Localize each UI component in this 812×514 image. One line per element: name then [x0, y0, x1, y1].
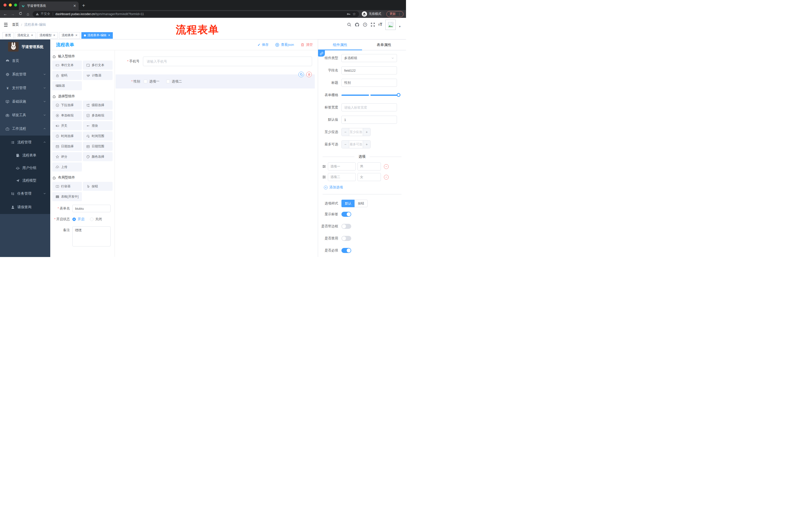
password-key-icon[interactable] [347, 12, 351, 16]
palette-item-计数器[interactable]: 123计数器 [83, 71, 113, 80]
palette-item-单选框组[interactable]: 单选框组 [52, 111, 82, 120]
delete-component-button[interactable] [306, 72, 312, 77]
home-button[interactable]: ⌂ [25, 12, 31, 16]
sidebar-item-请假查询[interactable]: 请假查询 [0, 200, 50, 214]
palette-item-开关[interactable]: 开关 [52, 121, 82, 130]
palette-item-表格[开发中][interactable]: 表格[开发中] [52, 192, 82, 201]
palette-item-时间范围[interactable]: 时间范围 [83, 132, 113, 141]
default-value-input[interactable] [342, 116, 397, 124]
sidebar-item-流程模型[interactable]: 流程模型 [0, 174, 50, 187]
sidebar-item-任务管理[interactable]: 任务管理 [0, 187, 50, 200]
page-tab-流程表单-编辑[interactable]: 流程表单-编辑✕ [81, 32, 113, 39]
browser-tab[interactable]: 芋道管理系统 ✕ [19, 1, 79, 10]
palette-item-上传[interactable]: 上传 [52, 162, 82, 171]
min-checked-placeholder[interactable]: 至少应选 [349, 128, 363, 136]
palette-item-单行文本[interactable]: 单行文本 [52, 61, 82, 70]
remark-textarea[interactable] [72, 226, 111, 246]
save-button[interactable]: ✓ 保存 [258, 43, 268, 47]
style-option-按钮[interactable]: 按钮 [354, 200, 368, 207]
toggle-是否禁用[interactable] [342, 236, 351, 241]
palette-item-颜色选择[interactable]: 颜色选择 [83, 152, 113, 161]
label-width-input[interactable] [342, 103, 397, 111]
form-name-input[interactable] [72, 205, 111, 212]
option-label-input[interactable] [328, 173, 356, 181]
link-handle-button[interactable] [318, 50, 325, 57]
stepper-plus-button[interactable]: + [363, 141, 370, 148]
sidebar-collapse-icon[interactable] [3, 22, 8, 27]
sidebar-item-系统管理[interactable]: 系统管理 [0, 67, 50, 81]
sidebar-item-用户分组[interactable]: 用户分组 [0, 162, 50, 174]
palette-item-日期范围[interactable]: 日期范围 [83, 142, 113, 151]
remove-option-button[interactable]: − [384, 175, 389, 180]
component-type-select[interactable]: 多选框组 [342, 54, 397, 62]
bookmark-star-icon[interactable]: ☆ [352, 12, 356, 16]
checkbox-icon[interactable] [144, 80, 147, 83]
sidebar-item-流程管理[interactable]: 流程管理 [0, 136, 50, 149]
status-radio-开启[interactable]: 开启 [72, 216, 84, 223]
page-tab-流程定义[interactable]: 流程定义✕ [15, 32, 36, 39]
phone-field-row[interactable]: *手机号 [115, 57, 318, 66]
grid-slider[interactable] [342, 91, 399, 99]
option-value-input[interactable] [357, 162, 381, 170]
page-tab-流程表单[interactable]: 流程表单✕ [59, 32, 80, 39]
browser-menu-dots-icon[interactable]: ⋮ [398, 12, 401, 16]
back-button[interactable]: ← [2, 12, 8, 16]
reload-button[interactable] [18, 11, 23, 16]
drag-handle-icon[interactable] [322, 175, 326, 179]
toggle-显示标签[interactable] [342, 212, 351, 217]
url-text[interactable]: dashboard.yudao.iocoder.cn/bpm/manager/f… [56, 12, 144, 16]
browser-update-button[interactable]: 更新 ⋮ [386, 11, 404, 17]
max-checked-placeholder[interactable]: 最多可选 [349, 141, 363, 148]
toggle-是否带边框[interactable] [342, 224, 351, 229]
fullscreen-icon[interactable] [371, 22, 375, 27]
palette-item-编辑器[interactable]: 编辑器 [52, 81, 82, 90]
remove-option-button[interactable]: − [384, 164, 389, 169]
tab-close-icon[interactable]: ✕ [108, 34, 110, 37]
tab-form-props[interactable]: 表单属性 [362, 39, 406, 50]
field-name-input[interactable] [342, 66, 397, 75]
forward-button[interactable]: → [10, 12, 16, 16]
stepper-plus-button[interactable]: + [363, 128, 370, 136]
logo-row[interactable]: 芋道管理系统 [0, 39, 50, 54]
window-minimize-button[interactable] [9, 3, 12, 6]
tab-close-icon[interactable]: ✕ [73, 4, 76, 8]
palette-item-级联选择[interactable]: 级联选择 [83, 101, 113, 110]
sidebar-item-首页[interactable]: 首页 [0, 54, 50, 67]
status-radio-关闭[interactable]: 关闭 [90, 216, 102, 223]
window-zoom-button[interactable] [14, 3, 17, 6]
tab-close-icon[interactable]: ✕ [53, 34, 55, 37]
tab-close-icon[interactable]: ✕ [31, 34, 33, 37]
github-icon[interactable] [355, 22, 359, 27]
title-input[interactable] [342, 79, 397, 87]
window-close-button[interactable] [3, 3, 6, 6]
clear-button[interactable]: 清空 [300, 43, 313, 47]
new-tab-button[interactable]: + [82, 3, 85, 8]
palette-item-日期选择[interactable]: 日期选择 [52, 142, 82, 151]
sidebar-item-流程表单[interactable]: 流程表单 [0, 149, 50, 162]
palette-item-行容器[interactable]: 行容器 [52, 182, 82, 191]
sidebar-item-工作流程[interactable]: 工作流程 [0, 122, 50, 136]
breadcrumb-home[interactable]: 首页 [12, 22, 19, 27]
stepper-minus-button[interactable]: − [342, 141, 349, 148]
palette-item-评分[interactable]: 评分 [52, 152, 82, 161]
security-label[interactable]: 不安全 [41, 12, 50, 16]
page-tab-流程模型[interactable]: 流程模型✕ [37, 32, 58, 39]
option-label-input[interactable] [328, 162, 356, 170]
page-tab-首页[interactable]: 首页 [2, 32, 13, 39]
copy-component-button[interactable] [298, 72, 304, 77]
view-json-button[interactable]: 查看json [275, 43, 294, 47]
sidebar-item-研发工具[interactable]: 研发工具 [0, 108, 50, 122]
palette-item-下拉选择[interactable]: 下拉选择 [52, 101, 82, 110]
palette-item-多选框组[interactable]: 多选框组 [83, 111, 113, 120]
slider-track[interactable] [342, 94, 399, 96]
palette-item-密码[interactable]: 密码 [52, 71, 82, 80]
form-canvas[interactable]: *手机号 *性别 选项一选项二 [115, 50, 318, 257]
option-value-input[interactable] [357, 173, 381, 181]
palette-item-时间选择[interactable]: 时间选择 [52, 132, 82, 141]
palette-item-按钮[interactable]: 按钮 [83, 182, 113, 191]
tab-close-icon[interactable]: ✕ [75, 34, 77, 37]
drag-handle-icon[interactable] [322, 164, 326, 168]
help-question-icon[interactable]: ? [363, 22, 367, 27]
stepper-minus-button[interactable]: − [342, 128, 349, 136]
toggle-是否必填[interactable] [342, 248, 351, 253]
